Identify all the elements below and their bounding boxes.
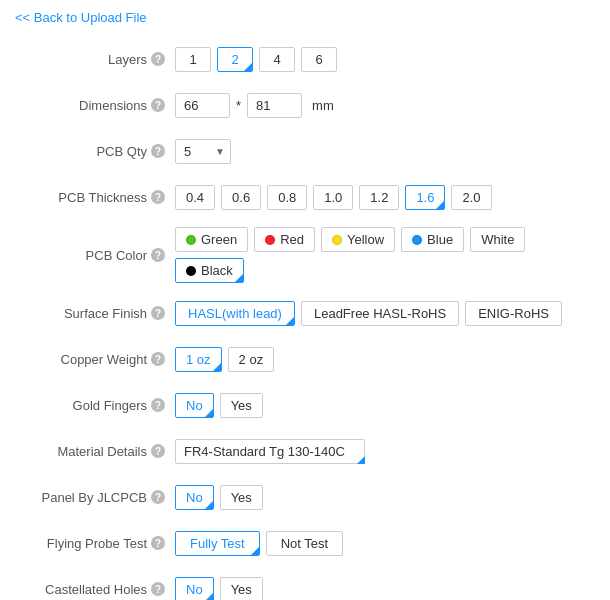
- color-green[interactable]: Green: [175, 227, 248, 252]
- pcb-qty-info-icon[interactable]: ?: [151, 144, 165, 158]
- pcb-thickness-row: PCB Thickness ? 0.4 0.6 0.8 1.0 1.2 1.6 …: [15, 181, 595, 213]
- gold-fingers-options: No Yes: [175, 393, 595, 418]
- blue-dot: [412, 235, 422, 245]
- copper-weight-row: Copper Weight ? 1 oz 2 oz: [15, 343, 595, 375]
- copper-weight-options: 1 oz 2 oz: [175, 347, 595, 372]
- dimensions-controls: * mm: [175, 93, 595, 118]
- material-details-control: [175, 439, 595, 464]
- castellated-holes-row: Castellated Holes ? No Yes: [15, 573, 595, 600]
- flying-probe-test-row: Flying Probe Test ? Fully Test Not Test: [15, 527, 595, 559]
- flying-probe-info-icon[interactable]: ?: [151, 536, 165, 550]
- material-details-input[interactable]: [175, 439, 365, 464]
- layers-row: Layers ? 1 2 4 6: [15, 43, 595, 75]
- gold-fingers-row: Gold Fingers ? No Yes: [15, 389, 595, 421]
- thickness-0-8[interactable]: 0.8: [267, 185, 307, 210]
- flying-probe-not-test[interactable]: Not Test: [266, 531, 343, 556]
- thickness-0-4[interactable]: 0.4: [175, 185, 215, 210]
- pcb-qty-control: 5 10 15 20 25 30 50 100 ▼: [175, 139, 595, 164]
- pcb-thickness-label: PCB Thickness ?: [15, 190, 175, 205]
- panel-no[interactable]: No: [175, 485, 214, 510]
- layers-option-4[interactable]: 4: [259, 47, 295, 72]
- pcb-color-options: Green Red Yellow Blue White Black: [175, 227, 595, 283]
- gold-fingers-info-icon[interactable]: ?: [151, 398, 165, 412]
- red-dot: [265, 235, 275, 245]
- thickness-1-2[interactable]: 1.2: [359, 185, 399, 210]
- copper-2oz[interactable]: 2 oz: [228, 347, 275, 372]
- panel-by-jlcpcb-label: Panel By JLCPCB ?: [15, 490, 175, 505]
- material-details-row: Material Details ?: [15, 435, 595, 467]
- gold-fingers-no[interactable]: No: [175, 393, 214, 418]
- layers-option-2[interactable]: 2: [217, 47, 253, 72]
- flying-probe-options: Fully Test Not Test: [175, 531, 595, 556]
- dimensions-height-input[interactable]: [247, 93, 302, 118]
- surface-finish-info-icon[interactable]: ?: [151, 306, 165, 320]
- material-details-wrap: [175, 439, 365, 464]
- copper-weight-info-icon[interactable]: ?: [151, 352, 165, 366]
- thickness-0-6[interactable]: 0.6: [221, 185, 261, 210]
- dimensions-unit: mm: [312, 98, 334, 113]
- pcb-color-label: PCB Color ?: [15, 248, 175, 263]
- copper-1oz[interactable]: 1 oz: [175, 347, 222, 372]
- material-details-label: Material Details ?: [15, 444, 175, 459]
- surface-hasl-lead[interactable]: HASL(with lead): [175, 301, 295, 326]
- gold-fingers-label: Gold Fingers ?: [15, 398, 175, 413]
- layers-option-6[interactable]: 6: [301, 47, 337, 72]
- material-details-info-icon[interactable]: ?: [151, 444, 165, 458]
- back-link[interactable]: << Back to Upload File: [15, 10, 147, 25]
- pcb-qty-select[interactable]: 5 10 15 20 25 30 50 100: [175, 139, 231, 164]
- layers-info-icon[interactable]: ?: [151, 52, 165, 66]
- panel-yes[interactable]: Yes: [220, 485, 263, 510]
- dimensions-row: Dimensions ? * mm: [15, 89, 595, 121]
- flying-probe-fully-test[interactable]: Fully Test: [175, 531, 260, 556]
- thickness-1-6[interactable]: 1.6: [405, 185, 445, 210]
- thickness-1-0[interactable]: 1.0: [313, 185, 353, 210]
- copper-weight-label: Copper Weight ?: [15, 352, 175, 367]
- surface-leadfree-hasl[interactable]: LeadFree HASL-RoHS: [301, 301, 459, 326]
- castellated-no[interactable]: No: [175, 577, 214, 601]
- layers-label: Layers ?: [15, 52, 175, 67]
- pcb-qty-row: PCB Qty ? 5 10 15 20 25 30 50 100 ▼: [15, 135, 595, 167]
- color-red[interactable]: Red: [254, 227, 315, 252]
- pcb-thickness-info-icon[interactable]: ?: [151, 190, 165, 204]
- dimensions-info-icon[interactable]: ?: [151, 98, 165, 112]
- surface-enig-rohs[interactable]: ENIG-RoHS: [465, 301, 562, 326]
- panel-by-jlcpcb-row: Panel By JLCPCB ? No Yes: [15, 481, 595, 513]
- layers-option-1[interactable]: 1: [175, 47, 211, 72]
- panel-jlcpcb-info-icon[interactable]: ?: [151, 490, 165, 504]
- thickness-2-0[interactable]: 2.0: [451, 185, 491, 210]
- green-dot: [186, 235, 196, 245]
- layers-options: 1 2 4 6: [175, 47, 595, 72]
- pcb-qty-label: PCB Qty ?: [15, 144, 175, 159]
- pcb-qty-select-wrap: 5 10 15 20 25 30 50 100 ▼: [175, 139, 231, 164]
- castellated-holes-info-icon[interactable]: ?: [151, 582, 165, 596]
- dimensions-width-input[interactable]: [175, 93, 230, 118]
- gold-fingers-yes[interactable]: Yes: [220, 393, 263, 418]
- surface-finish-options: HASL(with lead) LeadFree HASL-RoHS ENIG-…: [175, 301, 595, 326]
- pcb-thickness-options: 0.4 0.6 0.8 1.0 1.2 1.6 2.0: [175, 185, 595, 210]
- pcb-color-info-icon[interactable]: ?: [151, 248, 165, 262]
- surface-finish-row: Surface Finish ? HASL(with lead) LeadFre…: [15, 297, 595, 329]
- flying-probe-test-label: Flying Probe Test ?: [15, 536, 175, 551]
- color-white[interactable]: White: [470, 227, 525, 252]
- black-dot: [186, 266, 196, 276]
- pcb-color-row: PCB Color ? Green Red Yellow Blue White …: [15, 227, 595, 283]
- multiply-symbol: *: [236, 98, 241, 113]
- color-yellow[interactable]: Yellow: [321, 227, 395, 252]
- castellated-holes-options: No Yes: [175, 577, 595, 601]
- yellow-dot: [332, 235, 342, 245]
- color-blue[interactable]: Blue: [401, 227, 464, 252]
- panel-by-jlcpcb-options: No Yes: [175, 485, 595, 510]
- castellated-yes[interactable]: Yes: [220, 577, 263, 601]
- castellated-holes-label: Castellated Holes ?: [15, 582, 175, 597]
- dimensions-label: Dimensions ?: [15, 98, 175, 113]
- color-black[interactable]: Black: [175, 258, 244, 283]
- surface-finish-label: Surface Finish ?: [15, 306, 175, 321]
